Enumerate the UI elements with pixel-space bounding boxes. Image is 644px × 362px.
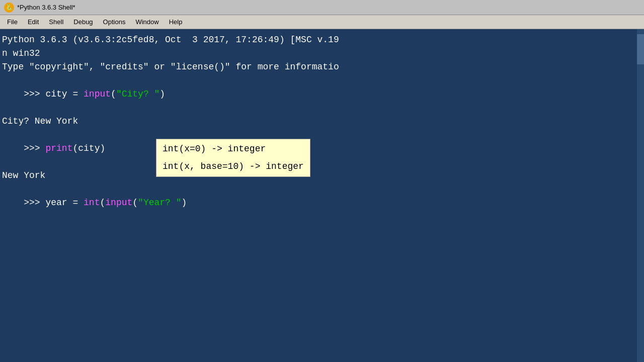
assign-2: = [67,198,84,208]
menu-edit[interactable]: Edit [23,17,44,27]
output-city: City? New York [2,115,642,128]
menu-bar: File Edit Shell Debug Options Window Hel… [0,15,644,29]
prompt-2: >>> [24,143,45,153]
scrollbar-thumb[interactable] [637,34,644,64]
string-city: "City? " [116,89,159,99]
autocomplete-item-1[interactable]: int(x=0) -> integer [156,140,310,158]
func-input-1: input [84,89,111,99]
func-int: int [84,198,100,208]
menu-file[interactable]: File [2,17,23,27]
menu-shell[interactable]: Shell [44,17,68,27]
scrollbar[interactable] [637,29,644,362]
app-icon: 🐍 [4,3,14,13]
func-input-2: input [105,198,132,208]
paren-close-2: ) [182,198,187,208]
paren-open-3: ( [132,198,138,208]
banner-line-2: n win32 [2,47,642,60]
prompt-3: >>> [24,198,45,208]
string-year: "Year? " [138,198,181,208]
prompt-1: >>> [24,89,45,99]
menu-help[interactable]: Help [164,17,188,27]
assign-1: = [67,89,84,99]
code-line-1: >>> city = input("City? ") [2,74,642,115]
shell-content[interactable]: Python 3.6.3 (v3.6.3:2c5fed8, Oct 3 2017… [0,29,644,362]
print-args: (city) [72,143,105,153]
menu-options[interactable]: Options [98,17,131,27]
menu-window[interactable]: Window [130,17,164,27]
menu-debug[interactable]: Debug [68,17,98,27]
window-title: *Python 3.6.3 Shell* [17,4,75,11]
code-line-2: >>> print(city) [2,128,642,169]
output-newyork: New York [2,169,642,183]
title-bar: 🐍 *Python 3.6.3 Shell* [0,0,644,15]
code-line-3: >>> year = int(input("Year? ") [2,183,642,223]
autocomplete-popup[interactable]: int(x=0) -> integer int(x, base=10) -> i… [156,139,310,177]
var-year: year [45,198,67,208]
banner-line-1: Python 3.6.3 (v3.6.3:2c5fed8, Oct 3 2017… [2,33,642,47]
autocomplete-item-2[interactable]: int(x, base=10) -> integer [156,158,310,175]
var-city: city [45,89,67,99]
paren-close-1: ) [159,89,165,99]
paren-open-1: ( [111,89,116,99]
func-print: print [45,143,72,153]
paren-open-2: ( [100,198,105,208]
banner-line-3: Type "copyright", "credits" or "license(… [2,60,642,74]
